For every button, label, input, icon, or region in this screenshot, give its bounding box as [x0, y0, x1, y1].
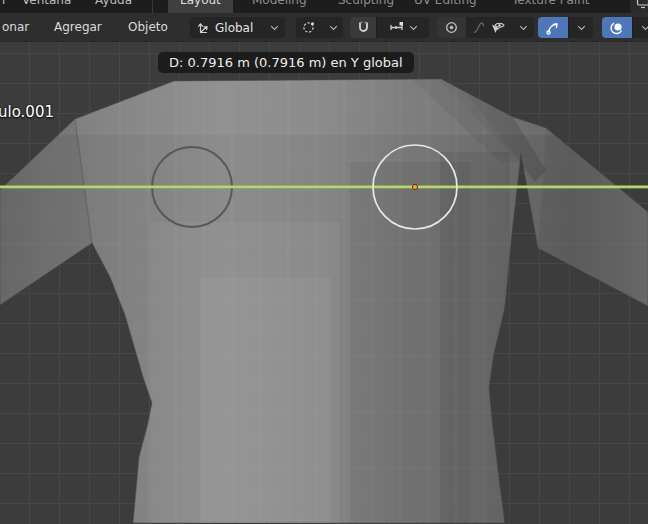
chevron-down-icon — [641, 25, 648, 31]
chevron-down-icon — [270, 25, 279, 31]
overlays-toggle[interactable] — [602, 17, 632, 38]
overlays-group — [602, 17, 648, 38]
topbar-separator — [152, 0, 153, 13]
viewport-scene — [0, 42, 648, 524]
orbit-dot-icon — [301, 20, 316, 35]
object-origin-dot — [412, 184, 417, 189]
pivot-point-dropdown[interactable] — [296, 17, 343, 38]
visibility-dropdown[interactable] — [484, 17, 534, 38]
viewport-3d[interactable]: D: 0.7916 m (0.7916 m) en Y global ulo.0… — [0, 42, 648, 524]
eye-pointer-icon — [490, 20, 507, 35]
gizmos-group — [538, 17, 593, 38]
chevron-down-icon — [519, 25, 528, 31]
sphere-overlay-icon — [609, 20, 625, 36]
scene-selector-button[interactable] — [630, 0, 648, 13]
menu-agregar[interactable]: Agregar — [54, 13, 102, 42]
magnet-icon — [356, 20, 371, 35]
tab-layout[interactable]: Layout — [168, 0, 233, 13]
arc-arrow-icon — [545, 20, 561, 36]
tab-uv-editing[interactable]: UV Editing — [414, 0, 477, 13]
menu-fragment[interactable]: r — [2, 0, 7, 13]
right-arm-shade — [538, 128, 648, 306]
topbar: r Ventana Ayuda Layout Modeling Sculptin… — [0, 0, 648, 13]
y-axis-constraint-line — [0, 185, 648, 188]
chevron-down-icon — [329, 25, 338, 31]
axes-arrows-icon — [196, 20, 211, 35]
gizmos-toggle[interactable] — [538, 17, 568, 38]
chevron-down-icon — [409, 25, 418, 31]
blender-window: r Ventana Ayuda Layout Modeling Sculptin… — [0, 0, 648, 524]
object-name-label: ulo.001 — [0, 103, 54, 121]
monitor-icon — [636, 0, 648, 9]
snapping-group — [350, 17, 429, 38]
mesh-object[interactable] — [0, 75, 648, 524]
menu-ventana[interactable]: Ventana — [22, 0, 71, 13]
overlays-dropdown[interactable] — [632, 17, 648, 38]
chevron-down-icon — [577, 25, 586, 31]
torso-light-core — [200, 277, 330, 524]
snap-toggle-button[interactable] — [350, 17, 376, 38]
menu-ayuda[interactable]: Ayuda — [95, 0, 132, 13]
viewport-header: onar Agregar Objeto Global — [0, 13, 648, 42]
tab-modeling[interactable]: Modeling — [252, 0, 307, 13]
orientation-value: Global — [211, 21, 257, 35]
tab-texture-paint[interactable]: Texture Paint — [512, 0, 589, 13]
snap-target-dropdown[interactable] — [376, 17, 429, 38]
shoulder-highlight — [0, 75, 648, 135]
transform-tooltip: D: 0.7916 m (0.7916 m) en Y global — [158, 52, 414, 73]
snap-increment-icon — [389, 20, 406, 35]
menu-seleccionar-fragment[interactable]: onar — [2, 13, 29, 42]
transform-orientation-dropdown[interactable]: Global — [190, 17, 285, 38]
dot-in-circle-icon — [444, 20, 459, 35]
tab-sculpting[interactable]: Sculpting — [338, 0, 394, 13]
gizmos-dropdown[interactable] — [568, 17, 593, 38]
menu-objeto[interactable]: Objeto — [128, 13, 168, 42]
proportional-editing-toggle[interactable] — [437, 17, 466, 38]
